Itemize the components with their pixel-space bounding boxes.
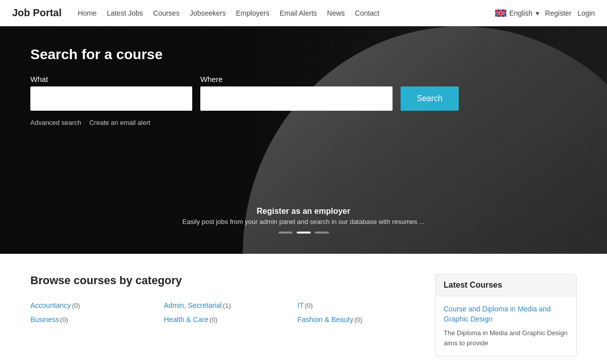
hero-section: Search for a course What Where Search Ad… — [0, 26, 607, 254]
category-it-link[interactable]: IT(0) — [297, 301, 313, 309]
carousel-dots — [182, 232, 424, 234]
dot-2[interactable] — [296, 232, 311, 234]
what-field: What — [30, 75, 192, 111]
where-input[interactable] — [200, 86, 393, 111]
login-link[interactable]: Login — [578, 9, 595, 17]
nav-right: English ▾ Register Login — [495, 9, 595, 17]
category-fashion: Fashion & Beauty(0) — [297, 315, 419, 324]
category-admin: Admin, Secretarial(1) — [164, 301, 285, 309]
search-form: What Where Search — [30, 75, 577, 111]
nav-latest-jobs[interactable]: Latest Jobs — [107, 9, 143, 17]
what-label: What — [30, 75, 192, 83]
dot-1[interactable] — [278, 232, 292, 234]
create-alert-link[interactable]: Create an email alert — [89, 119, 150, 126]
site-brand[interactable]: Job Portal — [12, 7, 62, 19]
flag-icon — [495, 10, 506, 17]
category-business-link[interactable]: Business(0) — [30, 315, 68, 324]
where-label: Where — [200, 75, 393, 83]
nav-news[interactable]: News — [327, 9, 345, 17]
category-health-link[interactable]: Health & Care(0) — [164, 315, 218, 324]
latest-courses-card: Latest Courses Course and Diploma in Med… — [435, 274, 577, 356]
latest-courses-header: Latest Courses — [436, 275, 576, 296]
category-fashion-link[interactable]: Fashion & Beauty(0) — [297, 315, 362, 324]
nav-courses[interactable]: Courses — [153, 9, 180, 17]
latest-courses-body: Course and Diploma in Media and Graphic … — [436, 296, 576, 356]
banner-subtitle: Easily post jobs from your admin panel a… — [182, 218, 424, 225]
language-selector[interactable]: English ▾ — [495, 9, 539, 17]
category-it: IT(0) — [297, 301, 419, 309]
register-link[interactable]: Register — [545, 9, 572, 17]
category-accountancy: Accountancy(0) — [30, 301, 152, 309]
hero-banner: Register as an employer Easily post jobs… — [182, 207, 424, 234]
category-grid: Accountancy(0) Admin, Secretarial(1) IT(… — [30, 301, 419, 324]
main-content: Browse courses by category Accountancy(0… — [0, 254, 607, 364]
nav-jobseekers[interactable]: Jobseekers — [190, 9, 226, 17]
browse-title: Browse courses by category — [30, 274, 419, 287]
what-input[interactable] — [30, 86, 192, 111]
sidebar: Latest Courses Course and Diploma in Med… — [435, 274, 577, 356]
search-button[interactable]: Search — [401, 86, 459, 111]
hero-title: Search for a course — [30, 47, 577, 63]
advanced-search-link[interactable]: Advanced search — [30, 119, 81, 126]
category-admin-link[interactable]: Admin, Secretarial(1) — [164, 301, 231, 309]
course-description: The Diploma in Media and Graphic Design … — [444, 328, 568, 348]
dot-3[interactable] — [315, 232, 329, 234]
navbar: Job Portal Home Latest Jobs Courses Jobs… — [0, 0, 607, 26]
chevron-down-icon: ▾ — [536, 9, 539, 17]
hero-content: Search for a course What Where Search Ad… — [30, 47, 577, 126]
course-link[interactable]: Course and Diploma in Media and Graphic … — [444, 304, 568, 324]
category-business: Business(0) — [30, 315, 152, 324]
browse-section: Browse courses by category Accountancy(0… — [30, 274, 419, 356]
banner-title: Register as an employer — [182, 207, 424, 216]
nav-employers[interactable]: Employers — [236, 9, 270, 17]
nav-contact[interactable]: Contact — [355, 9, 379, 17]
nav-home[interactable]: Home — [78, 9, 97, 17]
category-accountancy-link[interactable]: Accountancy(0) — [30, 301, 80, 309]
nav-links: Home Latest Jobs Courses Jobseekers Empl… — [78, 9, 495, 17]
language-label: English — [509, 9, 533, 17]
nav-email-alerts[interactable]: Email Alerts — [280, 9, 317, 17]
where-field: Where — [200, 75, 393, 111]
search-links: Advanced search Create an email alert — [30, 119, 577, 126]
category-health: Health & Care(0) — [164, 315, 285, 324]
